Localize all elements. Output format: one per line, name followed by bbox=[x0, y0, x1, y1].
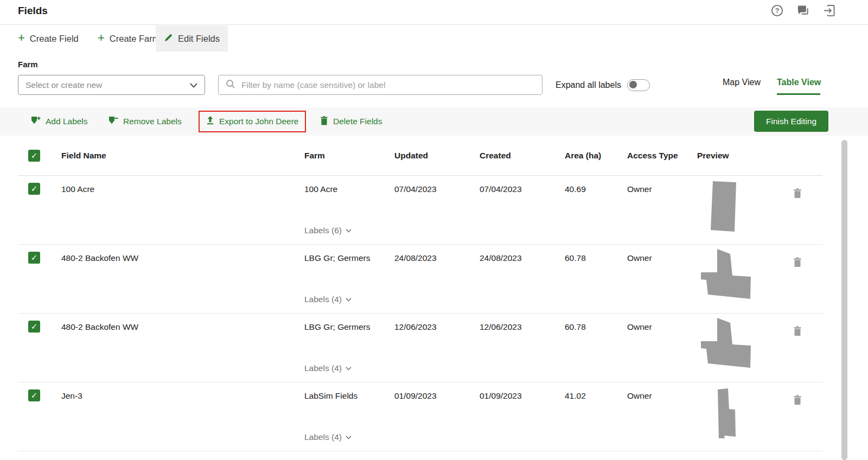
field-farm: 100 Acre bbox=[304, 176, 394, 194]
field-created: 24/08/2023 bbox=[480, 245, 565, 313]
labels-expander[interactable]: Labels (6) bbox=[304, 226, 352, 235]
delete-fields-label: Delete Fields bbox=[333, 117, 382, 126]
plus-icon: + bbox=[98, 32, 105, 44]
field-preview-shape bbox=[701, 318, 751, 369]
finish-editing-button[interactable]: Finish Editing bbox=[754, 111, 828, 132]
row-checkbox[interactable]: ✓ bbox=[28, 389, 40, 401]
field-created: 12/06/2023 bbox=[480, 314, 565, 382]
add-label-icon bbox=[31, 116, 41, 127]
field-updated: 01/09/2023 bbox=[394, 382, 480, 451]
field-updated: 07/04/2023 bbox=[394, 176, 480, 244]
labels-count: Labels (4) bbox=[304, 363, 342, 373]
active-tab-underline bbox=[777, 93, 820, 95]
row-checkbox[interactable]: ✓ bbox=[28, 321, 40, 333]
column-updated: Updated bbox=[394, 151, 480, 161]
expand-all-labels-label: Expand all labels bbox=[556, 80, 621, 90]
field-access-type: Owner bbox=[627, 245, 697, 313]
page-title: Fields bbox=[18, 5, 48, 17]
topbar-icons: ? bbox=[771, 4, 835, 17]
field-access-type: Owner bbox=[627, 314, 697, 382]
labels-expander[interactable]: Labels (4) bbox=[304, 295, 352, 304]
field-area: 60.78 bbox=[565, 245, 627, 313]
tab-table-view[interactable]: Table View bbox=[777, 78, 821, 87]
column-field-name: Field Name bbox=[61, 151, 304, 161]
field-name: 480-2 Backofen WW bbox=[61, 245, 304, 313]
field-created: 01/09/2023 bbox=[480, 382, 565, 451]
export-to-john-deere-button[interactable]: Export to John Deere bbox=[206, 116, 298, 127]
export-label: Export to John Deere bbox=[219, 117, 298, 126]
upload-icon bbox=[206, 116, 214, 127]
add-labels-label: Add Labels bbox=[46, 117, 88, 126]
check-icon: ✓ bbox=[31, 322, 38, 331]
column-created: Created bbox=[480, 151, 565, 161]
delete-row-icon[interactable] bbox=[793, 257, 802, 270]
column-access-type: Access Type bbox=[627, 151, 697, 161]
edit-fields-button[interactable]: Edit Fields bbox=[156, 25, 228, 52]
search-box bbox=[218, 75, 542, 95]
table-row: ✓ 100 Acre 100 Acre Labels (6) 07/04/202… bbox=[18, 176, 822, 245]
farm-label: Farm bbox=[18, 60, 38, 69]
search-input[interactable] bbox=[241, 80, 535, 90]
labels-count: Labels (6) bbox=[304, 226, 342, 235]
tab-map-view[interactable]: Map View bbox=[723, 78, 761, 87]
field-area: 41.02 bbox=[565, 382, 627, 451]
search-icon bbox=[226, 79, 235, 91]
field-created: 07/04/2023 bbox=[480, 176, 565, 244]
field-preview-shape bbox=[717, 388, 736, 439]
chat-icon[interactable] bbox=[797, 4, 809, 17]
labels-count: Labels (4) bbox=[304, 432, 342, 442]
top-bar: Fields ? bbox=[0, 0, 868, 25]
farm-select-dropdown[interactable]: Select or create new bbox=[18, 75, 205, 95]
remove-labels-button[interactable]: Remove Labels bbox=[108, 107, 182, 136]
add-labels-button[interactable]: Add Labels bbox=[31, 107, 88, 136]
field-access-type: Owner bbox=[627, 382, 697, 451]
check-icon: ✓ bbox=[31, 253, 38, 263]
create-farm-label: Create Farm bbox=[110, 34, 160, 44]
remove-labels-label: Remove Labels bbox=[123, 117, 182, 126]
fields-table: ✓ Field Name Farm Updated Created Area (… bbox=[18, 136, 822, 451]
help-icon[interactable]: ? bbox=[771, 4, 783, 17]
pencil-icon bbox=[164, 33, 173, 44]
row-checkbox[interactable]: ✓ bbox=[28, 252, 40, 264]
field-area: 60.78 bbox=[565, 314, 627, 382]
column-area: Area (ha) bbox=[565, 151, 627, 161]
exit-icon[interactable] bbox=[823, 4, 835, 17]
create-field-button[interactable]: + Create Field bbox=[18, 25, 79, 52]
expand-labels-toggle[interactable] bbox=[627, 79, 650, 91]
field-access-type: Owner bbox=[627, 176, 697, 244]
field-name: Jen-3 bbox=[61, 382, 304, 451]
create-field-label: Create Field bbox=[30, 34, 79, 44]
trash-icon bbox=[320, 116, 328, 127]
column-preview: Preview bbox=[697, 151, 822, 161]
create-farm-button[interactable]: + Create Farm bbox=[98, 25, 159, 52]
delete-fields-button[interactable]: Delete Fields bbox=[320, 107, 382, 136]
expand-all-labels: Expand all labels bbox=[556, 75, 650, 95]
chevron-down-icon bbox=[346, 229, 352, 233]
check-icon: ✓ bbox=[31, 151, 38, 161]
field-farm: LBG Gr; Germers bbox=[304, 245, 394, 263]
delete-row-icon[interactable] bbox=[793, 326, 802, 338]
field-preview-shape bbox=[710, 181, 738, 232]
remove-label-icon bbox=[108, 116, 118, 127]
chevron-down-icon bbox=[346, 436, 352, 439]
svg-text:?: ? bbox=[775, 7, 780, 15]
labels-expander[interactable]: Labels (4) bbox=[304, 432, 352, 442]
field-updated: 12/06/2023 bbox=[394, 314, 480, 382]
field-farm: LabSim Fields bbox=[304, 382, 394, 401]
delete-row-icon[interactable] bbox=[793, 395, 802, 407]
chevron-down-icon bbox=[346, 298, 352, 302]
field-name: 480-2 Backofen WW bbox=[61, 314, 304, 382]
check-icon: ✓ bbox=[31, 391, 38, 400]
field-name: 100 Acre bbox=[61, 176, 304, 244]
table-row: ✓ Jen-3 LabSim Fields Labels (4) 01/09/2… bbox=[18, 382, 822, 451]
delete-row-icon[interactable] bbox=[793, 188, 802, 201]
check-icon: ✓ bbox=[31, 184, 38, 194]
row-checkbox[interactable]: ✓ bbox=[28, 183, 40, 195]
column-farm: Farm bbox=[304, 151, 394, 161]
select-all-checkbox[interactable]: ✓ bbox=[28, 150, 40, 162]
vertical-scrollbar[interactable] bbox=[841, 140, 847, 460]
chevron-down-icon bbox=[346, 367, 352, 370]
toggle-knob bbox=[629, 81, 637, 88]
labels-expander[interactable]: Labels (4) bbox=[304, 363, 352, 373]
actions-row: + Create Field + Create Farm Edit Fields bbox=[0, 25, 868, 52]
